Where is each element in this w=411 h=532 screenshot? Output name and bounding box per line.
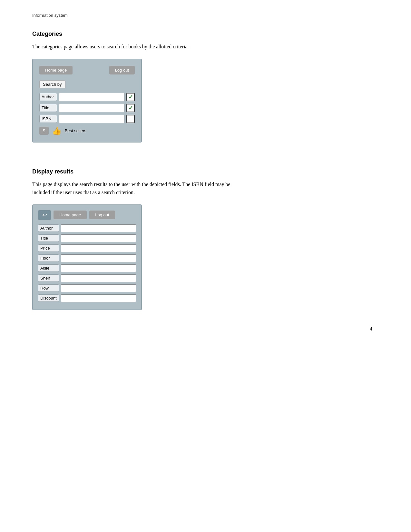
title-checkbox[interactable]: ✓ xyxy=(126,104,135,112)
author-label: Author xyxy=(39,93,57,101)
display-discount-input[interactable] xyxy=(61,294,136,302)
author-input[interactable] xyxy=(59,93,124,101)
title-label: Title xyxy=(39,104,57,112)
isbn-form-row: ISBN xyxy=(39,115,135,123)
display-desc-part1: This page displays the search results to… xyxy=(32,182,230,187)
display-shelf-row: Shelf xyxy=(38,274,136,282)
display-row-input[interactable] xyxy=(61,284,136,292)
display-results-description: This page displays the search results to… xyxy=(32,180,284,197)
display-author-input[interactable] xyxy=(61,224,136,232)
isbn-label: ISBN xyxy=(39,115,57,123)
display-floor-input[interactable] xyxy=(61,254,136,262)
display-price-row: Price xyxy=(38,244,136,252)
display-shelf-input[interactable] xyxy=(61,274,136,282)
categories-nav-row: Home page Log out xyxy=(39,66,135,74)
display-logout-button[interactable]: Log out xyxy=(89,211,115,219)
title-checkmark: ✓ xyxy=(128,105,133,111)
author-form-row: Author ✓ xyxy=(39,93,135,101)
categories-description: The categories page allows users to sear… xyxy=(32,43,284,51)
author-checkbox[interactable]: ✓ xyxy=(126,93,135,101)
display-row-row: Row xyxy=(38,284,136,292)
search-s-button[interactable]: S xyxy=(39,127,49,135)
display-row-label: Row xyxy=(38,284,59,292)
display-nav-row: ↩ Home page Log out xyxy=(38,210,136,220)
display-title-row: Title xyxy=(38,234,136,242)
back-icon: ↩ xyxy=(42,212,47,219)
bestsellers-row: S 👍 Best sellers xyxy=(39,126,135,135)
display-discount-row: Discount xyxy=(38,294,136,302)
page-header: Information system xyxy=(32,13,379,18)
categories-logout-button[interactable]: Log out xyxy=(109,66,135,74)
display-floor-row: Floor xyxy=(38,254,136,262)
display-shelf-label: Shelf xyxy=(38,274,59,282)
display-title-label: Title xyxy=(38,234,59,242)
categories-ui-frame: Home page Log out Search by Author ✓ Tit… xyxy=(32,59,142,143)
display-floor-label: Floor xyxy=(38,254,59,262)
isbn-input[interactable] xyxy=(59,115,124,123)
author-checkmark: ✓ xyxy=(128,94,133,100)
thumbs-up-icon: 👍 xyxy=(52,126,62,135)
title-form-row: Title ✓ xyxy=(39,104,135,112)
display-home-button[interactable]: Home page xyxy=(54,211,87,219)
display-author-label: Author xyxy=(38,224,59,232)
categories-home-button[interactable]: Home page xyxy=(39,66,73,74)
display-aisle-row: Aisle xyxy=(38,264,136,272)
display-back-button[interactable]: ↩ xyxy=(38,210,51,220)
display-discount-label: Discount xyxy=(38,294,59,302)
display-results-title: Display results xyxy=(32,168,379,175)
header-title: Information system xyxy=(32,13,68,18)
display-results-section: Display results This page displays the s… xyxy=(32,168,379,331)
search-by-label: Search by xyxy=(39,80,65,88)
display-aisle-input[interactable] xyxy=(61,264,136,272)
page-number: 4 xyxy=(32,326,379,331)
display-title-input[interactable] xyxy=(61,234,136,242)
isbn-checkbox[interactable] xyxy=(126,115,135,123)
display-price-label: Price xyxy=(38,244,59,252)
display-desc-part2: included if the user uses that as a sear… xyxy=(32,190,135,195)
categories-section: Categories The categories page allows us… xyxy=(32,31,379,143)
categories-title: Categories xyxy=(32,31,379,37)
display-aisle-label: Aisle xyxy=(38,264,59,272)
bestsellers-label: Best sellers xyxy=(65,128,86,133)
display-price-input[interactable] xyxy=(61,244,136,252)
display-author-row: Author xyxy=(38,224,136,232)
title-input[interactable] xyxy=(59,104,124,112)
display-results-ui-frame: ↩ Home page Log out Author Title Price F… xyxy=(32,204,142,310)
